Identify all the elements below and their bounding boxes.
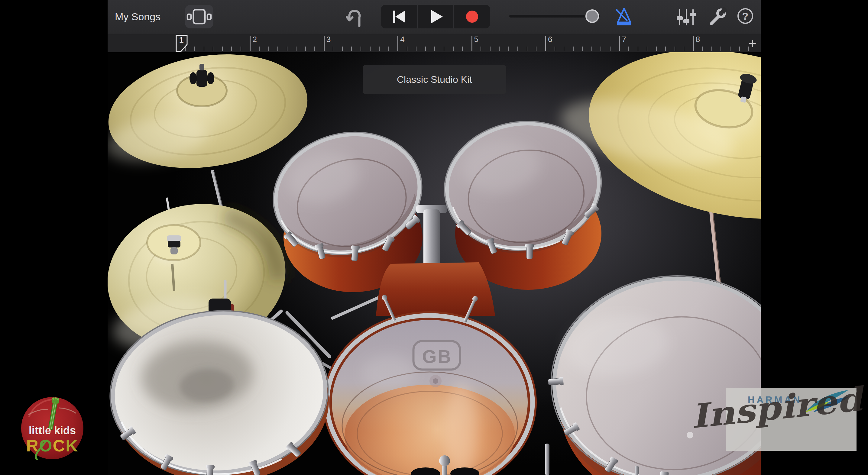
ruler-sub-tick: [600, 46, 601, 51]
ruler-sub-tick: [204, 46, 204, 51]
ruler-sub-tick: [647, 46, 647, 51]
ruler-bar-number: 3: [327, 35, 331, 44]
ruler-sub-tick: [361, 46, 361, 51]
rewind-icon: [390, 8, 408, 25]
ruler-sub-tick: [480, 46, 481, 51]
ruler-sub-tick: [259, 46, 259, 51]
ruler-sub-tick: [379, 46, 380, 51]
rock-letter: K: [66, 436, 78, 455]
ruler-bar-number: 8: [696, 35, 700, 44]
toolbar: My Songs: [107, 0, 761, 34]
add-bars-button[interactable]: +: [744, 34, 761, 53]
ruler-sub-tick: [684, 46, 684, 51]
ruler-sub-tick: [610, 46, 611, 51]
ruler-sub-tick: [416, 46, 416, 51]
ruler-sub-tick: [342, 46, 343, 51]
ruler-sub-tick: [296, 46, 297, 51]
timeline-ruler[interactable]: 2345678 1 +: [107, 34, 761, 52]
ruler-sub-tick: [508, 46, 509, 51]
volume-slider-knob[interactable]: [585, 9, 599, 23]
metronome-button[interactable]: [615, 7, 633, 27]
ruler-sub-tick: [665, 46, 666, 51]
ruler-sub-tick: [730, 46, 731, 51]
ruler-bar-number: 6: [548, 35, 552, 44]
my-songs-button[interactable]: My Songs: [115, 11, 160, 23]
settings-wrench-button[interactable]: [708, 7, 727, 27]
ruler-sub-tick: [241, 46, 241, 51]
ruler-sub-tick: [314, 46, 315, 51]
play-button[interactable]: [417, 5, 454, 28]
ruler-sub-tick: [711, 46, 712, 51]
ruler-sub-tick: [425, 46, 426, 51]
kit-name-label[interactable]: Classic Studio Kit: [363, 65, 506, 94]
instrument-browser-icon: [185, 7, 213, 26]
ruler-sub-tick: [527, 46, 527, 51]
instrument-browser-button[interactable]: [185, 5, 213, 28]
ruler-sub-tick: [518, 46, 518, 51]
ruler-bar-number: 7: [622, 35, 626, 44]
ruler-bar-line: [619, 36, 620, 51]
ruler-sub-tick: [462, 46, 463, 51]
ruler-bar-number: 5: [474, 35, 478, 44]
ruler-bar-line: [471, 36, 472, 51]
ruler-bar-line: [545, 36, 546, 51]
little-kids-text: little kids: [20, 424, 85, 437]
ruler-sub-tick: [407, 46, 407, 51]
floor-tom-leg: [635, 466, 639, 475]
ruler-sub-tick: [555, 46, 555, 51]
ruler-sub-tick: [444, 46, 444, 51]
drum-kit-graphic: GB: [107, 52, 761, 475]
bass-drum[interactable]: GB: [323, 294, 537, 475]
ruler-sub-tick: [573, 46, 574, 51]
ruler-sub-tick: [333, 46, 333, 51]
ruler-sub-tick: [564, 46, 564, 51]
ruler-sub-tick: [490, 46, 491, 51]
ruler-sub-tick: [277, 46, 278, 51]
rock-text: ROCK: [20, 436, 85, 455]
ruler-bar-line: [250, 36, 251, 51]
kit-name-text: Classic Studio Kit: [397, 74, 472, 85]
ruler-sub-tick: [389, 46, 389, 51]
ruler-sub-tick: [453, 46, 454, 51]
ruler-bar-number: 4: [400, 35, 404, 44]
ruler-sub-tick: [194, 46, 195, 51]
rock-letter: O: [39, 436, 53, 455]
ruler-sub-tick: [231, 46, 232, 51]
drum-kit-stage: GB: [107, 52, 761, 475]
ruler-sub-tick: [536, 46, 536, 51]
ruler-bar-line: [324, 36, 324, 51]
ruler-sub-tick: [499, 46, 500, 51]
ruler-sub-tick: [434, 46, 435, 51]
rock-letter: C: [53, 436, 66, 455]
ruler-sub-tick: [305, 46, 306, 51]
screenshot-root: { "toolbar": { "my_songs_label": "My Son…: [0, 0, 868, 475]
ruler-sub-tick: [739, 46, 740, 51]
little-kids-rock-logo: little kids ROCK: [20, 396, 85, 461]
gb-badge-text: GB: [422, 346, 452, 367]
ruler-sub-tick: [702, 46, 703, 51]
ruler-bar-number: 2: [252, 35, 256, 44]
record-button[interactable]: [453, 5, 490, 28]
transport-controls: [381, 5, 490, 28]
floor-tom-leg: [545, 444, 550, 475]
help-glyph: ?: [742, 10, 749, 22]
help-button[interactable]: ?: [738, 8, 753, 24]
ruler-sub-tick: [287, 46, 287, 51]
ruler-bar-line: [397, 36, 398, 51]
playhead-bar-number: 1: [179, 35, 183, 45]
ruler-sub-tick: [268, 46, 269, 51]
undo-button[interactable]: [346, 7, 365, 27]
bass-drum-shell-top: [376, 262, 495, 316]
ruler-sub-tick: [638, 46, 638, 51]
ruler-sub-tick: [582, 46, 583, 51]
mixer-levels-button[interactable]: [676, 8, 697, 27]
rewind-button[interactable]: [381, 5, 417, 28]
ruler-sub-tick: [222, 46, 223, 51]
ruler-sub-tick: [591, 46, 592, 51]
ruler-sub-tick: [213, 46, 213, 51]
ruler-sub-tick: [675, 46, 675, 51]
ruler-sub-tick: [656, 46, 657, 51]
ruler-bar-line: [693, 36, 694, 51]
ruler-sub-tick: [370, 46, 371, 51]
ruler-sub-tick: [351, 46, 352, 51]
